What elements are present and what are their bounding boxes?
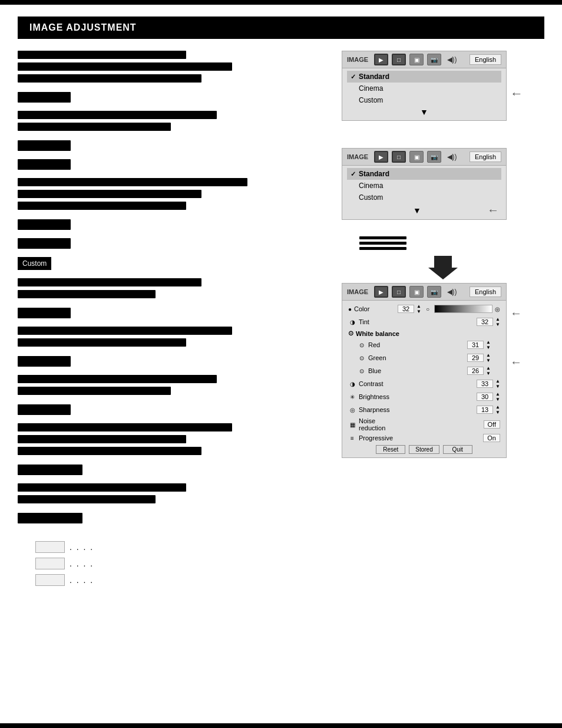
red-stepper[interactable]: ▲▼ [486,340,491,350]
menu-item-custom-1[interactable]: Custom [347,94,501,106]
color-value: 32 [398,305,414,313]
blue-label: Blue [368,367,465,374]
panel-2-body: ✓ Standard Cinema Custom ▼ [342,166,506,219]
panel-3-container: IMAGE ▶ □ ▣ 📷 ◀)) English ● Color 32 [342,283,544,458]
color-label: Color [354,305,395,312]
menu-arrow-down-1[interactable]: ▼ [347,106,501,118]
big-arrow-container [342,256,544,279]
sharpness-row: ◎ Sharpness 13 ▲▼ [346,403,503,416]
panel-icon-screen-3[interactable]: □ [392,286,406,298]
panel-icon-vol-1[interactable]: ◀)) [445,54,459,65]
legend-box-2 [35,558,65,569]
lang-button-1[interactable]: English [470,54,501,65]
section-4 [18,278,324,298]
text-line [18,375,217,383]
label-block-9 [18,465,82,475]
image-panel-1: IMAGE ▶ □ ▣ 📷 ◀)) English ✓ Standard [342,51,507,121]
panel-icon-camera-2[interactable]: ▣ [409,151,424,163]
image-panel-2: IMAGE ▶ □ ▣ 📷 ◀)) English ✓ Standard [342,148,507,220]
blue-value: 26 [467,367,484,375]
quit-button[interactable]: Quit [443,445,472,454]
sharpness-label: Sharpness [359,406,474,413]
panel-icon-speaker-3[interactable]: ▶ [374,286,388,298]
section-7 [18,423,324,455]
color-stepper[interactable]: ▲▼ [416,304,421,314]
lang-button-3[interactable]: English [470,286,501,297]
label-block-2 [18,140,71,151]
panel-icon-speaker-1[interactable]: ▶ [374,54,388,65]
red-label: Red [368,341,465,348]
color-icon-row: ● [348,306,352,312]
panel-icon-screen-2[interactable]: □ [392,151,406,163]
section-1 [18,51,324,83]
blue-stepper[interactable]: ▲▼ [486,365,491,376]
image-panel-3: IMAGE ▶ □ ▣ 📷 ◀)) English ● Color 32 [342,283,507,458]
side-arrow-1: ← [510,307,522,320]
sharpness-icon: ◎ [348,406,356,414]
panel-icon-cam2-2[interactable]: 📷 [427,151,441,163]
tint-icon: ◑ [348,318,356,326]
panel-icon-screen-1[interactable]: □ [392,54,406,65]
menu-item-cinema-1[interactable]: Cinema [347,83,501,94]
menu-item-cinema-2[interactable]: Cinema [347,180,501,192]
red-value: 31 [467,341,484,349]
text-line [18,202,186,210]
tint-stepper[interactable]: ▲▼ [495,317,500,327]
label-block-8 [18,404,71,415]
panel-icon-cam2-3[interactable]: 📷 [427,286,441,298]
panel-icon-camera-3[interactable]: ▣ [409,286,424,298]
section-5 [18,327,324,347]
contrast-stepper[interactable]: ▲▼ [495,378,500,389]
noise-row: ▦ Noisereduction Off [346,416,503,433]
lang-button-2[interactable]: English [470,151,501,162]
menu-item-custom-2[interactable]: Custom [347,192,501,203]
sharpness-stepper[interactable]: ▲▼ [495,404,500,415]
section-3 [18,178,324,210]
brightness-value: 30 [477,393,493,401]
panel-icon-vol-3[interactable]: ◀)) [445,286,459,298]
color-gradient-row: ● Color 32 ▲▼ ○ ◎ [346,302,503,315]
section-6 [18,375,324,395]
tint-value: 32 [477,318,493,326]
label-block-7 [18,356,71,367]
label-block-10 [18,513,82,523]
panel-icon-cam2-1[interactable]: 📷 [427,54,441,65]
text-line [18,74,201,83]
progressive-icon: ≡ [348,434,356,442]
menu-item-standard-2[interactable]: ✓ Standard [347,168,501,180]
text-line [18,423,232,431]
panel-icon-camera-1[interactable]: ▣ [409,54,424,65]
section-8 [18,483,324,503]
green-stepper[interactable]: ▲▼ [486,353,491,363]
green-row: ⊙ Green 29 ▲▼ [346,351,503,364]
reset-button[interactable]: Reset [376,445,405,454]
panel-icon-vol-2[interactable]: ◀)) [445,151,459,163]
panel-1-body: ✓ Standard Cinema Custom ▼ [342,68,506,120]
text-line [18,447,201,455]
label-block-1 [18,92,71,103]
legend-box-3 [35,574,65,586]
panel-2-header: IMAGE ▶ □ ▣ 📷 ◀)) English [342,149,506,166]
text-line [18,111,217,119]
text-line [18,278,201,286]
text-line [18,387,171,395]
brightness-stepper[interactable]: ▲▼ [495,391,500,402]
white-balance-section: ⊙ White balance [346,328,503,338]
text-line [18,290,156,298]
menu-arrow-down-2[interactable]: ▼ [347,205,487,216]
panel-3-title: IMAGE [347,288,368,295]
color-gradient-bar [434,305,492,313]
stored-button[interactable]: Stored [409,445,439,454]
arrow-row-2: ▼ ← [347,203,501,217]
noise-value: Off [484,420,500,429]
panel-icon-speaker-2[interactable]: ▶ [374,151,388,163]
menu-label-custom-1: Custom [359,96,383,104]
top-bar [0,0,562,5]
buttons-row: Reset Stored Quit [346,443,503,456]
panel-1-container: IMAGE ▶ □ ▣ 📷 ◀)) English ✓ Standard [342,51,544,130]
label-block-3 [18,159,71,170]
menu-item-standard-1[interactable]: ✓ Standard [347,71,501,83]
legend-dots-1: . . . . [70,542,94,552]
big-down-arrow [428,256,458,279]
contrast-icon: ◑ [348,380,356,388]
